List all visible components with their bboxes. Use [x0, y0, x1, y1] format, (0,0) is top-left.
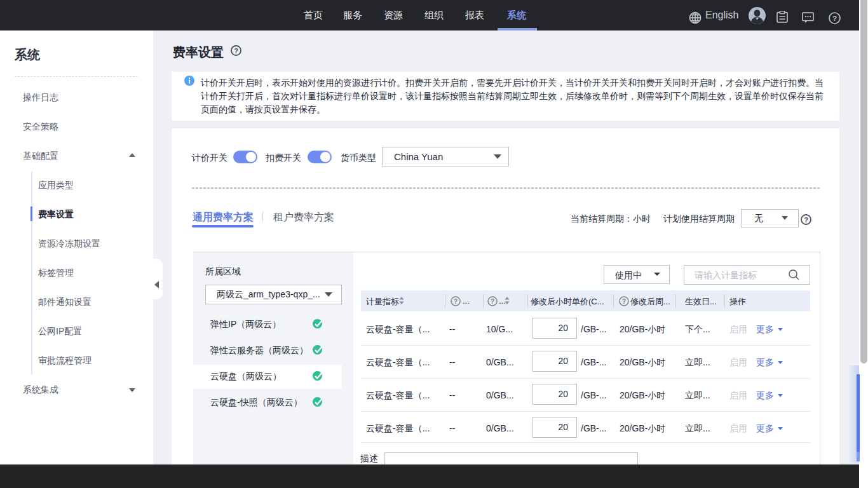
svg-text:?: ?: [832, 15, 837, 22]
svg-text:?: ?: [491, 298, 494, 305]
svg-text:?: ?: [234, 47, 238, 55]
svg-text:?: ?: [622, 298, 626, 305]
svg-text:?: ?: [804, 216, 808, 224]
svg-text:?: ?: [454, 298, 458, 305]
